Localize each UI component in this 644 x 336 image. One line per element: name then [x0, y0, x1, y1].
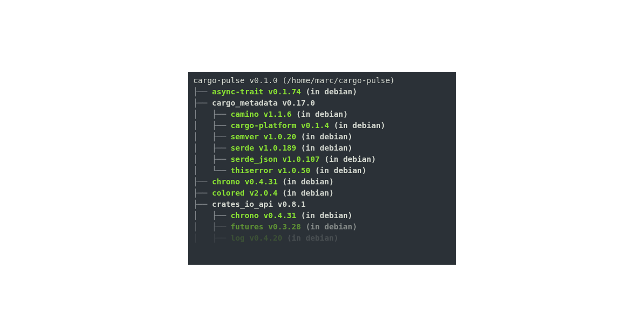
tree-branch-icon: │ ├──: [193, 132, 231, 141]
package-version: v0.8.1: [277, 200, 305, 208]
package-note: (in debian): [301, 132, 353, 141]
root-version: v0.1.0: [250, 76, 277, 85]
tree-row: ├── cargo_metadata v0.17.0: [193, 98, 451, 109]
tree-branch-icon: ├──: [193, 200, 212, 208]
tree-branch-icon: │ └──: [193, 166, 231, 175]
package-name: camino: [231, 110, 259, 118]
package-version: v0.4.20: [250, 234, 282, 242]
terminal-output: cargo-pulse v0.1.0 (/home/marc/cargo-pul…: [188, 72, 456, 265]
package-name: serde_json: [231, 155, 277, 163]
package-name: async-trait: [212, 87, 264, 96]
package-name: cargo-platform: [231, 121, 296, 130]
package-name: cargo_metadata: [212, 99, 277, 107]
tree-row: │ └── thiserror v1.0.50 (in debian): [193, 165, 451, 176]
tree-row: │ ├── camino v1.1.6 (in debian): [193, 109, 451, 120]
tree-branch-icon: │ ├──: [193, 211, 231, 220]
package-version: v0.3.28: [268, 222, 301, 231]
package-name: chrono: [212, 177, 240, 186]
tree-row: │ ├── log v0.4.20 (in debian): [193, 233, 451, 244]
tree-branch-icon: │ ├──: [193, 121, 231, 130]
package-version: v1.0.189: [259, 144, 296, 152]
package-version: v0.1.74: [268, 87, 301, 96]
tree-row: │ ├── serde_json v1.0.107 (in debian): [193, 154, 451, 165]
package-note: (in debian): [287, 234, 339, 242]
package-note: (in debian): [306, 87, 357, 96]
package-note: (in debian): [296, 110, 348, 118]
package-version: v1.0.107: [282, 155, 320, 163]
tree-row: │ ├── semver v1.0.20 (in debian): [193, 131, 451, 143]
package-name: serde: [231, 144, 254, 152]
tree-branch-icon: ├──: [193, 99, 212, 107]
tree-row: │ ├── futures v0.3.28 (in debian): [193, 221, 451, 233]
package-note: (in debian): [315, 166, 367, 175]
package-name: crates_io_api: [212, 200, 273, 208]
tree-branch-icon: │ ├──: [193, 234, 231, 242]
tree-branch-icon: │ ├──: [193, 155, 231, 163]
root-name: cargo-pulse: [193, 76, 245, 85]
tree-row: ├── async-trait v0.1.74 (in debian): [193, 86, 451, 98]
tree-row: │ ├── chrono v0.4.31 (in debian): [193, 210, 451, 221]
package-name: chrono: [231, 211, 259, 220]
package-version: v1.0.50: [277, 166, 310, 175]
tree-branch-icon: │ ├──: [193, 222, 231, 231]
package-name: semver: [231, 132, 259, 141]
package-note: (in debian): [306, 222, 357, 231]
package-note: (in debian): [334, 121, 385, 130]
tree-row: ├── crates_io_api v0.8.1: [193, 199, 451, 210]
package-note: (in debian): [301, 211, 353, 220]
tree-branch-icon: │ ├──: [193, 110, 231, 118]
package-version: v0.4.31: [245, 177, 277, 186]
package-note: (in debian): [282, 189, 334, 197]
tree-row: │ ├── cargo-platform v0.1.4 (in debian): [193, 120, 451, 131]
dependency-tree: ├── async-trait v0.1.74 (in debian)├── c…: [193, 86, 451, 244]
tree-branch-icon: ├──: [193, 177, 212, 186]
package-note: (in debian): [301, 144, 353, 152]
package-name: log: [231, 234, 245, 242]
package-version: v1.1.6: [264, 110, 291, 118]
package-name: colored: [212, 189, 245, 197]
tree-root: cargo-pulse v0.1.0 (/home/marc/cargo-pul…: [193, 75, 451, 86]
package-version: v1.0.20: [264, 132, 296, 141]
package-version: v0.17.0: [282, 99, 315, 107]
tree-row: │ ├── serde v1.0.189 (in debian): [193, 143, 451, 154]
tree-branch-icon: ├──: [193, 87, 212, 96]
package-note: (in debian): [324, 155, 376, 163]
tree-branch-icon: ├──: [193, 189, 212, 197]
tree-branch-icon: │ ├──: [193, 144, 231, 152]
package-name: thiserror: [231, 166, 273, 175]
package-version: v0.4.31: [264, 211, 296, 220]
root-path: (/home/marc/cargo-pulse): [282, 76, 395, 85]
tree-row: ├── colored v2.0.4 (in debian): [193, 188, 451, 199]
package-name: futures: [231, 222, 264, 231]
package-version: v0.1.4: [301, 121, 329, 130]
package-note: (in debian): [282, 177, 334, 186]
package-version: v2.0.4: [250, 189, 277, 197]
tree-row: ├── chrono v0.4.31 (in debian): [193, 176, 451, 188]
